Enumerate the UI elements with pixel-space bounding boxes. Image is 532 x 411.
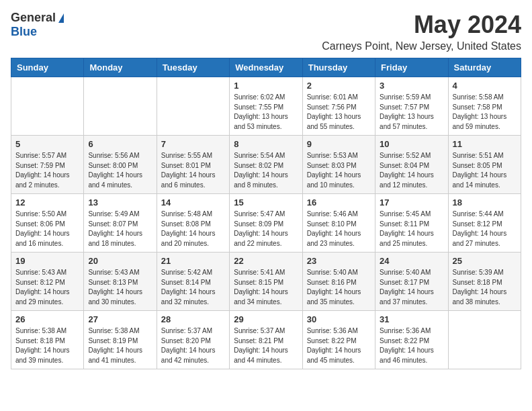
calendar-table: SundayMondayTuesdayWednesdayThursdayFrid… — [11, 58, 521, 369]
day-info: Sunrise: 5:44 AMSunset: 8:12 PMDaylight:… — [453, 210, 517, 248]
day-info: Sunrise: 5:48 AMSunset: 8:08 PMDaylight:… — [161, 210, 225, 248]
calendar-cell: 11Sunrise: 5:51 AMSunset: 8:05 PMDayligh… — [448, 136, 521, 194]
calendar-week-row: 26Sunrise: 5:38 AMSunset: 8:18 PMDayligh… — [11, 311, 521, 369]
calendar-header-thursday: Thursday — [302, 58, 375, 77]
logo: General Blue — [11, 11, 64, 39]
day-info: Sunrise: 5:43 AMSunset: 8:13 PMDaylight:… — [88, 268, 152, 307]
calendar-week-row: 12Sunrise: 5:50 AMSunset: 8:06 PMDayligh… — [11, 194, 521, 253]
day-info: Sunrise: 5:46 AMSunset: 8:10 PMDaylight:… — [307, 210, 371, 248]
day-number: 6 — [88, 139, 152, 149]
day-number: 27 — [88, 314, 152, 324]
calendar-cell: 21Sunrise: 5:42 AMSunset: 8:14 PMDayligh… — [157, 253, 229, 311]
day-number: 7 — [161, 139, 225, 149]
calendar-cell: 23Sunrise: 5:40 AMSunset: 8:16 PMDayligh… — [302, 253, 375, 311]
day-number: 3 — [380, 81, 443, 91]
calendar-week-row: 1Sunrise: 6:02 AMSunset: 7:55 PMDaylight… — [11, 77, 521, 136]
day-number: 11 — [453, 139, 517, 149]
calendar-header-sunday: Sunday — [11, 58, 84, 77]
calendar-cell: 24Sunrise: 5:40 AMSunset: 8:17 PMDayligh… — [375, 253, 448, 311]
day-info: Sunrise: 5:40 AMSunset: 8:17 PMDaylight:… — [380, 268, 443, 307]
day-number: 13 — [88, 197, 152, 208]
day-info: Sunrise: 5:55 AMSunset: 8:01 PMDaylight:… — [161, 151, 225, 190]
day-number: 1 — [234, 81, 298, 91]
calendar-week-row: 19Sunrise: 5:43 AMSunset: 8:12 PMDayligh… — [11, 253, 521, 311]
day-info: Sunrise: 5:49 AMSunset: 8:07 PMDaylight:… — [88, 210, 152, 248]
day-number: 23 — [307, 256, 371, 266]
day-number: 8 — [234, 139, 298, 149]
day-info: Sunrise: 5:37 AMSunset: 8:21 PMDaylight:… — [234, 326, 298, 365]
day-number: 25 — [453, 256, 517, 266]
calendar-cell — [157, 77, 229, 136]
day-info: Sunrise: 5:50 AMSunset: 8:06 PMDaylight:… — [15, 210, 79, 248]
day-number: 20 — [88, 256, 152, 266]
calendar-cell — [448, 311, 521, 369]
day-info: Sunrise: 5:36 AMSunset: 8:22 PMDaylight:… — [380, 326, 443, 365]
day-info: Sunrise: 5:39 AMSunset: 8:18 PMDaylight:… — [453, 268, 517, 307]
day-info: Sunrise: 5:40 AMSunset: 8:16 PMDaylight:… — [307, 268, 371, 307]
day-number: 4 — [453, 81, 517, 91]
day-info: Sunrise: 5:56 AMSunset: 8:00 PMDaylight:… — [88, 151, 152, 190]
day-info: Sunrise: 5:59 AMSunset: 7:57 PMDaylight:… — [380, 93, 443, 132]
day-number: 31 — [380, 314, 443, 324]
day-info: Sunrise: 5:58 AMSunset: 7:58 PMDaylight:… — [453, 93, 517, 132]
day-info: Sunrise: 5:42 AMSunset: 8:14 PMDaylight:… — [161, 268, 225, 307]
day-number: 16 — [307, 197, 371, 208]
day-info: Sunrise: 6:02 AMSunset: 7:55 PMDaylight:… — [234, 93, 298, 132]
calendar-cell: 7Sunrise: 5:55 AMSunset: 8:01 PMDaylight… — [157, 136, 229, 194]
day-info: Sunrise: 5:43 AMSunset: 8:12 PMDaylight:… — [15, 268, 79, 307]
day-number: 29 — [234, 314, 298, 324]
calendar-header-monday: Monday — [84, 58, 157, 77]
calendar-cell: 8Sunrise: 5:54 AMSunset: 8:02 PMDaylight… — [230, 136, 302, 194]
logo-general-text: General — [11, 11, 56, 25]
day-number: 2 — [307, 81, 371, 91]
title-section: May 2024 Carneys Point, New Jersey, Unit… — [322, 11, 521, 52]
calendar-cell: 6Sunrise: 5:56 AMSunset: 8:00 PMDaylight… — [84, 136, 157, 194]
calendar-cell: 2Sunrise: 6:01 AMSunset: 7:56 PMDaylight… — [302, 77, 375, 136]
calendar-cell: 22Sunrise: 5:41 AMSunset: 8:15 PMDayligh… — [230, 253, 302, 311]
calendar-cell: 15Sunrise: 5:47 AMSunset: 8:09 PMDayligh… — [230, 194, 302, 253]
day-number: 12 — [15, 197, 79, 208]
calendar-cell: 17Sunrise: 5:45 AMSunset: 8:11 PMDayligh… — [375, 194, 448, 253]
day-info: Sunrise: 5:36 AMSunset: 8:22 PMDaylight:… — [307, 326, 371, 365]
calendar-week-row: 5Sunrise: 5:57 AMSunset: 7:59 PMDaylight… — [11, 136, 521, 194]
calendar-header-friday: Friday — [375, 58, 448, 77]
day-info: Sunrise: 5:51 AMSunset: 8:05 PMDaylight:… — [453, 151, 517, 190]
calendar-cell: 30Sunrise: 5:36 AMSunset: 8:22 PMDayligh… — [302, 311, 375, 369]
calendar-cell: 13Sunrise: 5:49 AMSunset: 8:07 PMDayligh… — [84, 194, 157, 253]
location-title: Carneys Point, New Jersey, United States — [322, 40, 521, 52]
calendar-cell — [84, 77, 157, 136]
day-number: 26 — [15, 314, 79, 324]
day-number: 30 — [307, 314, 371, 324]
calendar-cell: 27Sunrise: 5:38 AMSunset: 8:19 PMDayligh… — [84, 311, 157, 369]
day-number: 22 — [234, 256, 298, 266]
day-info: Sunrise: 5:45 AMSunset: 8:11 PMDaylight:… — [380, 210, 443, 248]
month-title: May 2024 — [322, 11, 521, 39]
day-info: Sunrise: 5:38 AMSunset: 8:19 PMDaylight:… — [88, 326, 152, 365]
calendar-cell: 3Sunrise: 5:59 AMSunset: 7:57 PMDaylight… — [375, 77, 448, 136]
day-number: 21 — [161, 256, 225, 266]
calendar-cell: 14Sunrise: 5:48 AMSunset: 8:08 PMDayligh… — [157, 194, 229, 253]
day-number: 28 — [161, 314, 225, 324]
logo-triangle-icon — [58, 13, 64, 23]
header: General Blue May 2024 Carneys Point, New… — [11, 11, 521, 52]
day-info: Sunrise: 5:54 AMSunset: 8:02 PMDaylight:… — [234, 151, 298, 190]
calendar-cell: 29Sunrise: 5:37 AMSunset: 8:21 PMDayligh… — [230, 311, 302, 369]
calendar-cell: 25Sunrise: 5:39 AMSunset: 8:18 PMDayligh… — [448, 253, 521, 311]
day-number: 5 — [15, 139, 79, 149]
day-number: 24 — [380, 256, 443, 266]
calendar-cell: 28Sunrise: 5:37 AMSunset: 8:20 PMDayligh… — [157, 311, 229, 369]
calendar-cell: 20Sunrise: 5:43 AMSunset: 8:13 PMDayligh… — [84, 253, 157, 311]
day-info: Sunrise: 5:38 AMSunset: 8:18 PMDaylight:… — [15, 326, 79, 365]
calendar-cell: 4Sunrise: 5:58 AMSunset: 7:58 PMDaylight… — [448, 77, 521, 136]
day-number: 14 — [161, 197, 225, 208]
day-number: 18 — [453, 197, 517, 208]
calendar-cell: 10Sunrise: 5:52 AMSunset: 8:04 PMDayligh… — [375, 136, 448, 194]
calendar-cell: 31Sunrise: 5:36 AMSunset: 8:22 PMDayligh… — [375, 311, 448, 369]
day-info: Sunrise: 5:37 AMSunset: 8:20 PMDaylight:… — [161, 326, 225, 365]
day-number: 15 — [234, 197, 298, 208]
calendar-header-wednesday: Wednesday — [230, 58, 302, 77]
day-info: Sunrise: 5:57 AMSunset: 7:59 PMDaylight:… — [15, 151, 79, 190]
day-info: Sunrise: 6:01 AMSunset: 7:56 PMDaylight:… — [307, 93, 371, 132]
calendar-header-saturday: Saturday — [448, 58, 521, 77]
logo-blue-text: Blue — [11, 25, 37, 39]
